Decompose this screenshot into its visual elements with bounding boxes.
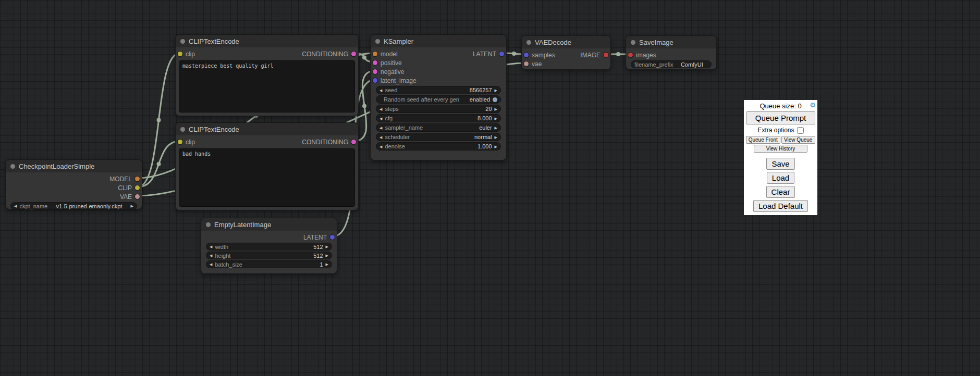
ckpt-name-combo-widget[interactable]: ◀ ckpt_name v1-5-pruned-emaonly.ckpt ▶ <box>10 202 137 210</box>
node-save-image[interactable]: SaveImage images filename_prefix ComfyUI <box>626 35 717 70</box>
node-vae-decode[interactable]: VAEDecode samples IMAGE vae <box>521 35 611 70</box>
increment-arrow-icon[interactable]: ▶ <box>326 262 328 266</box>
input-label: samples <box>532 52 555 59</box>
node-checkpoint-loader-simple[interactable]: CheckpointLoaderSimple MODEL CLIP VAE ◀ … <box>5 159 142 209</box>
decrement-arrow-icon[interactable]: ◀ <box>379 126 382 130</box>
increment-arrow-icon[interactable]: ▶ <box>495 89 497 92</box>
extra-options-checkbox[interactable] <box>797 127 804 134</box>
decrement-arrow-icon[interactable]: ◀ <box>379 145 382 148</box>
conditioning-output-slot[interactable] <box>351 140 356 144</box>
widget-value: 1.000 <box>477 143 492 149</box>
widget-value: 8.000 <box>477 115 492 121</box>
queue-front-button[interactable]: Queue Front <box>746 136 780 144</box>
positive-input-slot[interactable] <box>373 60 377 65</box>
increment-arrow-icon[interactable]: ▶ <box>495 117 497 120</box>
node-title-bar[interactable]: SaveImage <box>626 36 716 48</box>
denoise-number-widget[interactable]: ◀ denoise 1.000 ▶ <box>376 142 501 151</box>
images-input-slot[interactable] <box>628 53 633 57</box>
node-title-bar[interactable]: CLIPTextEncode <box>176 123 358 135</box>
link-midpoint-dot <box>362 56 366 60</box>
increment-arrow-icon[interactable]: ▶ <box>326 245 328 248</box>
latent-output-slot[interactable] <box>499 52 504 56</box>
slot-row: clip CONDITIONING <box>176 137 358 146</box>
node-graph-canvas[interactable]: { "colors": { "link": "#9faf9b", "model"… <box>0 0 980 376</box>
widget-value: euler <box>479 124 492 131</box>
increment-arrow-icon[interactable]: ▶ <box>495 126 497 130</box>
node-status-dot-icon <box>180 39 185 44</box>
increment-arrow-icon[interactable]: ▶ <box>495 107 497 111</box>
increment-arrow-icon[interactable]: ▶ <box>131 204 133 208</box>
load-default-button[interactable]: Load Default <box>753 200 808 212</box>
input-label: images <box>636 52 656 59</box>
node-status-dot-icon <box>180 127 185 132</box>
model-input-slot[interactable] <box>373 52 377 56</box>
vae-output-slot[interactable] <box>135 194 140 199</box>
widget-value: enabled <box>470 96 490 103</box>
decrement-arrow-icon[interactable]: ◀ <box>210 245 212 248</box>
latent-image-input-slot[interactable] <box>373 78 377 83</box>
decrement-arrow-icon[interactable]: ◀ <box>14 204 17 208</box>
node-title-bar[interactable]: VAEDecode <box>522 36 610 48</box>
cfg-number-widget[interactable]: ◀ cfg 8.000 ▶ <box>376 114 501 122</box>
increment-arrow-icon[interactable]: ▶ <box>495 145 497 148</box>
width-number-widget[interactable]: ◀ width 512 ▶ <box>206 243 332 250</box>
decrement-arrow-icon[interactable]: ◀ <box>210 262 212 266</box>
image-output-slot[interactable] <box>604 53 608 57</box>
node-title: CLIPTextEncode <box>189 37 239 45</box>
latent-output-slot[interactable] <box>330 235 335 240</box>
sampler-name-combo-widget[interactable]: ◀ sampler_name euler ▶ <box>376 123 501 132</box>
widget-label: sampler_name <box>385 124 423 131</box>
increment-arrow-icon[interactable]: ▶ <box>326 254 328 257</box>
node-ksampler[interactable]: KSampler model LATENT positive negative … <box>370 34 507 160</box>
conditioning-output-slot[interactable] <box>351 52 356 56</box>
seed-number-widget[interactable]: ◀ seed 8566257 ▶ <box>376 86 501 94</box>
random-seed-toggle-widget[interactable]: Random seed after every gen enabled <box>376 95 501 104</box>
clip-input-slot[interactable] <box>178 52 182 56</box>
increment-arrow-icon[interactable]: ▶ <box>495 135 497 139</box>
widget-label: Random seed after every gen <box>384 96 459 103</box>
positive-prompt-textarea[interactable]: masterpiece best quality girl <box>179 60 355 112</box>
clip-input-slot[interactable] <box>178 140 182 144</box>
decrement-arrow-icon[interactable]: ◀ <box>210 254 212 257</box>
decrement-arrow-icon[interactable]: ◀ <box>379 107 382 111</box>
node-title: VAEDecode <box>535 39 571 46</box>
link-midpoint-dot <box>157 162 161 166</box>
slot-row: MODEL <box>6 174 142 183</box>
model-output-slot[interactable] <box>135 177 140 181</box>
widget-label: seed <box>385 87 397 93</box>
queue-prompt-button[interactable]: Queue Prompt <box>746 111 815 124</box>
slot-row: clip CONDITIONING <box>176 49 358 58</box>
node-clip-text-encode-positive[interactable]: CLIPTextEncode clip CONDITIONING masterp… <box>175 34 359 116</box>
save-button[interactable]: Save <box>766 158 794 170</box>
scheduler-combo-widget[interactable]: ◀ scheduler normal ▶ <box>376 133 501 141</box>
view-queue-button[interactable]: View Queue <box>781 136 816 144</box>
node-title-bar[interactable]: KSampler <box>371 35 506 47</box>
widget-label: width <box>215 244 228 250</box>
input-label: clip <box>186 51 195 58</box>
node-empty-latent-image[interactable]: EmptyLatentImage LATENT ◀ width 512 ▶ ◀ … <box>201 218 337 274</box>
node-title-bar[interactable]: CLIPTextEncode <box>176 35 358 47</box>
height-number-widget[interactable]: ◀ height 512 ▶ <box>206 252 332 259</box>
node-title: SaveImage <box>639 39 673 46</box>
decrement-arrow-icon[interactable]: ◀ <box>379 117 382 120</box>
load-button[interactable]: Load <box>767 172 794 184</box>
clip-output-slot[interactable] <box>135 185 140 190</box>
batch-size-number-widget[interactable]: ◀ batch_size 1 ▶ <box>206 260 332 268</box>
toggle-dot-icon[interactable] <box>493 97 497 102</box>
negative-prompt-textarea[interactable]: bad hands <box>179 148 355 207</box>
samples-input-slot[interactable] <box>524 53 529 57</box>
node-title-bar[interactable]: EmptyLatentImage <box>201 218 337 231</box>
node-clip-text-encode-negative[interactable]: CLIPTextEncode clip CONDITIONING bad han… <box>175 122 359 210</box>
steps-number-widget[interactable]: ◀ steps 20 ▶ <box>376 105 501 113</box>
widget-label: ckpt_name <box>19 203 47 209</box>
clear-button[interactable]: Clear <box>766 186 795 198</box>
decrement-arrow-icon[interactable]: ◀ <box>379 89 382 92</box>
vae-input-slot[interactable] <box>524 61 529 66</box>
view-history-button[interactable]: View History <box>754 145 808 153</box>
filename-prefix-text-widget[interactable]: filename_prefix ComfyUI <box>631 60 712 68</box>
negative-input-slot[interactable] <box>373 69 377 74</box>
decrement-arrow-icon[interactable]: ◀ <box>379 135 382 139</box>
node-title-bar[interactable]: CheckpointLoaderSimple <box>6 160 142 172</box>
settings-gear-icon[interactable]: ⚙ <box>810 102 816 108</box>
slot-row: negative <box>371 67 506 76</box>
